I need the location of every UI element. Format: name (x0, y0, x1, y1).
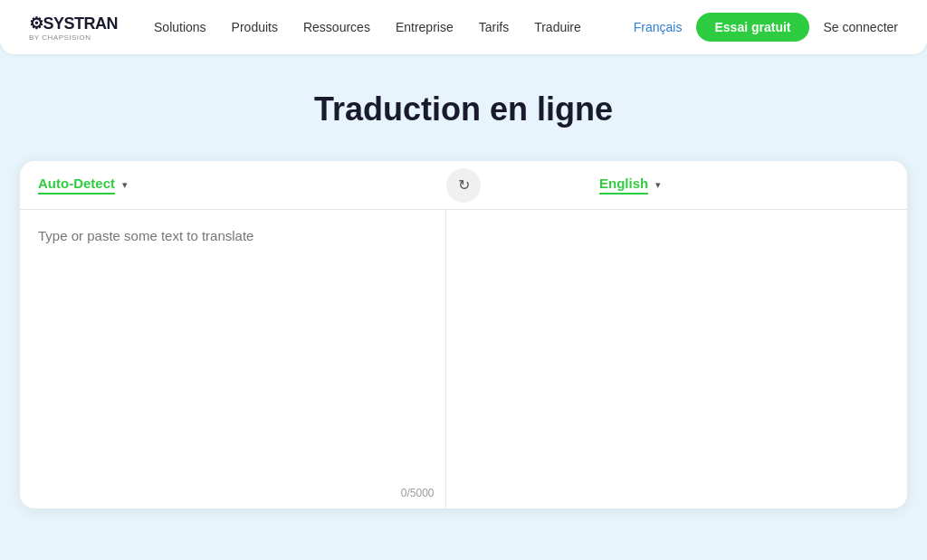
nav-solutions[interactable]: Solutions (154, 20, 206, 34)
navbar-left: ⚙SYSTRAN by Chapsision Solutions Produit… (29, 14, 581, 42)
essai-gratuit-button[interactable]: Essai gratuit (696, 13, 808, 42)
nav-tarifs[interactable]: Tarifs (479, 20, 509, 34)
source-lang-col: Auto-Detect ▾ (38, 176, 473, 195)
char-count: 0/5000 (401, 487, 435, 499)
navbar: ⚙SYSTRAN by Chapsision Solutions Produit… (0, 0, 927, 54)
logo-area: ⚙SYSTRAN by Chapsision (29, 14, 118, 42)
target-language-selector[interactable]: English ▾ (545, 176, 661, 195)
translator-header: Auto-Detect ▾ ↻ English ▾ (20, 161, 907, 210)
language-selector[interactable]: Français (634, 20, 683, 34)
nav-links: Solutions Produits Ressources Entreprise… (154, 20, 581, 34)
target-text-area (446, 210, 908, 508)
swap-languages-button[interactable]: ↻ (446, 168, 481, 203)
logo-sub: by Chapsision (29, 33, 91, 42)
target-chevron-icon: ▾ (655, 179, 661, 191)
source-lang-label: Auto-Detect (38, 176, 115, 195)
translator-body: 0/5000 (20, 210, 907, 508)
translator-card: Auto-Detect ▾ ↻ English ▾ 0/5000 (20, 161, 907, 508)
source-chevron-icon: ▾ (122, 179, 128, 191)
page-title: Traduction en ligne (314, 90, 613, 128)
source-language-selector[interactable]: Auto-Detect ▾ (38, 176, 237, 195)
target-lang-label: English (599, 176, 648, 195)
logo-text: ⚙SYSTRAN (29, 14, 118, 33)
nav-entreprise[interactable]: Entreprise (396, 20, 454, 34)
swap-icon: ↻ (458, 176, 470, 194)
navbar-right: Français Essai gratuit Se connecter (634, 13, 898, 42)
target-lang-col: English ▾ (473, 176, 661, 195)
main-content: Traduction en ligne Auto-Detect ▾ ↻ Engl… (0, 54, 927, 527)
nav-produits[interactable]: Produits (232, 20, 278, 34)
se-connecter-button[interactable]: Se connecter (824, 20, 899, 34)
nav-ressources[interactable]: Ressources (303, 20, 370, 34)
nav-traduire[interactable]: Traduire (534, 20, 581, 34)
source-text-area: 0/5000 (20, 210, 446, 508)
source-text-input[interactable] (20, 210, 445, 508)
gear-icon: ⚙ (29, 14, 43, 33)
